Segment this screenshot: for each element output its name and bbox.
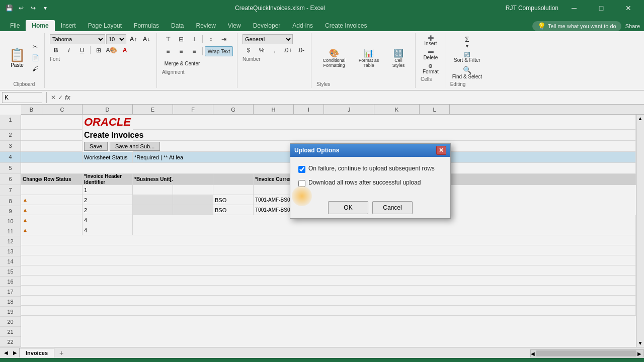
dialog-ok-btn[interactable]: OK	[328, 201, 368, 214]
option2-checkbox[interactable]	[298, 180, 305, 187]
dialog-title-bar: Upload Options ✕	[290, 144, 450, 157]
dialog-body: On failure, continue to upload subsequen…	[290, 157, 450, 197]
option1-row: On failure, continue to upload subsequen…	[298, 165, 442, 173]
dialog-title-text: Upload Options	[294, 147, 339, 154]
upload-options-dialog: Upload Options ✕ On failure, continue to…	[290, 143, 451, 219]
option2-row: Download all rows after successful uploa…	[298, 179, 442, 187]
option1-label: On failure, continue to upload subsequen…	[308, 165, 435, 172]
option1-checkbox[interactable]	[298, 166, 305, 173]
dialog-cancel-btn[interactable]: Cancel	[372, 201, 413, 214]
option2-label: Download all rows after successful uploa…	[308, 179, 421, 186]
dialog-footer: OK Cancel	[290, 197, 450, 218]
dialog-close-btn[interactable]: ✕	[436, 146, 446, 155]
